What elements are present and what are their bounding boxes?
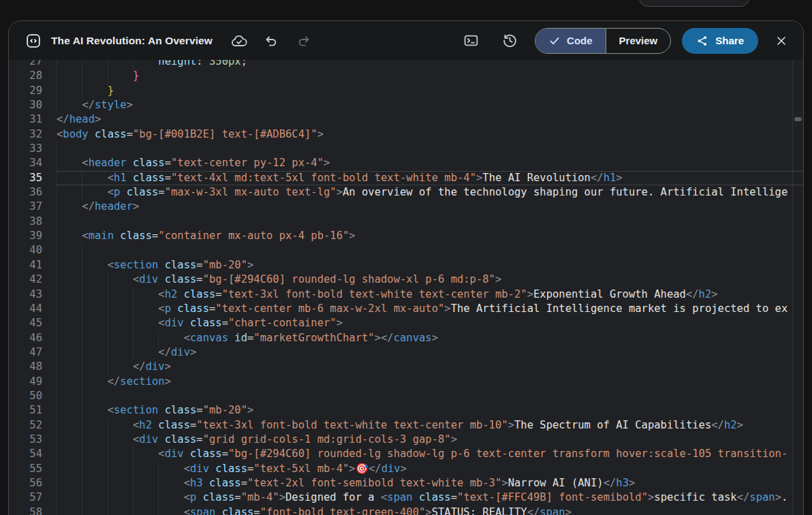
line-number[interactable]: 28 — [9, 69, 57, 83]
code-line-52[interactable]: 52 <h2 class="text-3xl font-bold text-wh… — [9, 418, 803, 433]
code-token — [228, 332, 234, 344]
line-number[interactable]: 37 — [9, 200, 57, 214]
code-line-29[interactable]: 29 } — [9, 84, 803, 98]
code-token — [184, 317, 190, 329]
share-button[interactable]: Share — [682, 28, 758, 54]
code-token: </ — [57, 113, 69, 125]
code-token: "text-center mb-6 max-w-2xl mx-auto" — [215, 302, 444, 315]
line-number[interactable]: 52 — [9, 418, 57, 433]
code-line-49[interactable]: 49 </section> — [9, 375, 803, 389]
code-token: = — [451, 491, 457, 503]
scrollbar-thumb[interactable] — [794, 117, 802, 121]
undo-button[interactable] — [263, 33, 279, 49]
code-token: class — [419, 491, 451, 503]
line-number[interactable]: 41 — [9, 258, 57, 272]
line-number[interactable]: 58 — [9, 505, 57, 515]
code-token: "text-[#FFC49B] font-semibold" — [457, 491, 648, 503]
code-token — [209, 463, 215, 475]
code-token: ></ — [375, 332, 394, 344]
code-line-42[interactable]: 42 <div class="bg-[#294C60] rounded-lg s… — [9, 272, 803, 287]
preview-tab[interactable]: Preview — [606, 29, 671, 53]
code-token: h2 — [699, 288, 712, 300]
console-button[interactable] — [463, 32, 480, 49]
line-number[interactable]: 35 — [9, 171, 57, 185]
close-button[interactable] — [775, 34, 788, 48]
code-line-43[interactable]: 43 <h2 class="text-3xl font-bold text-wh… — [9, 287, 803, 302]
code-line-53[interactable]: 53 <div class="grid grid-cols-1 md:grid-… — [9, 433, 803, 447]
line-number[interactable]: 30 — [9, 98, 57, 112]
line-number[interactable]: 45 — [9, 316, 57, 330]
code-token: span — [749, 491, 775, 503]
line-number[interactable]: 48 — [9, 360, 57, 374]
line-content: height: 350px; — [57, 60, 803, 69]
indent-guide-icon — [133, 331, 134, 345]
code-line-58[interactable]: 58 <span class="font-bold text-green-400… — [9, 505, 803, 515]
code-token: "bg-[#294C60] rounded-lg shadow-lg p-6 t… — [228, 448, 787, 460]
line-number[interactable]: 43 — [9, 287, 57, 302]
line-number[interactable]: 44 — [9, 302, 57, 316]
line-number[interactable]: 34 — [9, 156, 57, 170]
line-number[interactable]: 27 — [9, 60, 57, 69]
code-line-44[interactable]: 44 <p class="text-center mb-6 max-w-2xl … — [9, 302, 803, 316]
line-number[interactable]: 47 — [9, 345, 57, 360]
code-line-32[interactable]: 32<body class="bg-[#001B2E] text-[#ADB6C… — [9, 127, 803, 142]
code-line-27[interactable]: 27 height: 350px; — [9, 60, 803, 69]
indent-guide-icon — [133, 302, 134, 316]
code-token: class — [209, 477, 241, 489]
code-line-35[interactable]: 35 <h1 class="text-4xl md:text-5xl font-… — [9, 171, 803, 185]
code-token: = — [196, 404, 202, 416]
line-number[interactable]: 38 — [9, 215, 57, 229]
line-number[interactable]: 42 — [9, 272, 57, 287]
code-line-40[interactable]: 40 — [9, 243, 803, 258]
code-token: div — [165, 448, 184, 460]
indent-guide-icon — [108, 433, 108, 447]
line-number[interactable]: 55 — [9, 462, 57, 476]
code-line-39[interactable]: 39 <main class="container mx-auto px-4 p… — [9, 229, 803, 243]
code-line-46[interactable]: 46 <canvas id="marketGrowthChart"></canv… — [9, 331, 803, 345]
line-number[interactable]: 31 — [9, 112, 57, 127]
code-line-37[interactable]: 37 </header> — [9, 200, 803, 214]
line-number[interactable]: 50 — [9, 389, 57, 403]
code-editor[interactable]: 27 height: 350px;28 }29 }30 </style>31</… — [9, 60, 803, 515]
line-number[interactable]: 49 — [9, 375, 57, 389]
code-line-56[interactable]: 56 <h3 class="text-2xl font-semibold tex… — [9, 476, 803, 490]
line-number[interactable]: 33 — [9, 142, 57, 156]
code-line-55[interactable]: 55 <div class="text-5xl mb-4">🎯</div> — [9, 462, 803, 476]
code-token: > — [247, 404, 253, 416]
line-number[interactable]: 46 — [9, 331, 57, 345]
code-line-31[interactable]: 31</head> — [9, 112, 803, 127]
history-button[interactable] — [501, 32, 518, 49]
code-line-28[interactable]: 28 } — [9, 69, 803, 83]
code-line-50[interactable]: 50 — [9, 389, 803, 403]
code-token: < — [108, 259, 114, 271]
code-tab[interactable]: Code — [535, 29, 606, 53]
code-token: </ — [686, 288, 699, 300]
code-line-36[interactable]: 36 <p class="max-w-3xl mx-auto text-lg">… — [9, 185, 803, 200]
scrollbar-track[interactable] — [792, 60, 803, 515]
code-line-51[interactable]: 51 <section class="mb-20"> — [9, 403, 803, 418]
line-number[interactable]: 32 — [9, 127, 57, 142]
code-token: </ — [591, 172, 604, 184]
line-number[interactable]: 56 — [9, 476, 57, 490]
code-line-34[interactable]: 34 <header class="text-center py-12 px-4… — [9, 156, 803, 170]
code-line-54[interactable]: 54 <div class="bg-[#294C60] rounded-lg s… — [9, 447, 803, 461]
code-line-48[interactable]: 48 </div> — [9, 360, 803, 374]
line-number[interactable]: 53 — [9, 433, 57, 447]
line-number[interactable]: 36 — [9, 185, 57, 200]
code-line-38[interactable]: 38 — [9, 215, 803, 229]
indent-guide-icon — [133, 316, 134, 330]
line-number[interactable]: 39 — [9, 229, 57, 243]
line-number[interactable]: 57 — [9, 490, 57, 505]
line-number[interactable]: 29 — [9, 84, 57, 98]
code-line-45[interactable]: 45 <div class="chart-container"> — [9, 316, 803, 330]
line-number[interactable]: 40 — [9, 243, 57, 258]
line-number[interactable]: 54 — [9, 447, 57, 461]
line-content: </style> — [57, 98, 803, 112]
redo-button[interactable] — [296, 33, 312, 49]
line-number[interactable]: 51 — [9, 403, 57, 418]
code-line-33[interactable]: 33 — [9, 142, 803, 156]
code-line-41[interactable]: 41 <section class="mb-20"> — [9, 258, 803, 272]
code-line-47[interactable]: 47 </div> — [9, 345, 803, 360]
code-line-57[interactable]: 57 <p class="mb-4">Designed for a <span … — [9, 490, 803, 505]
code-line-30[interactable]: 30 </style> — [9, 98, 803, 112]
